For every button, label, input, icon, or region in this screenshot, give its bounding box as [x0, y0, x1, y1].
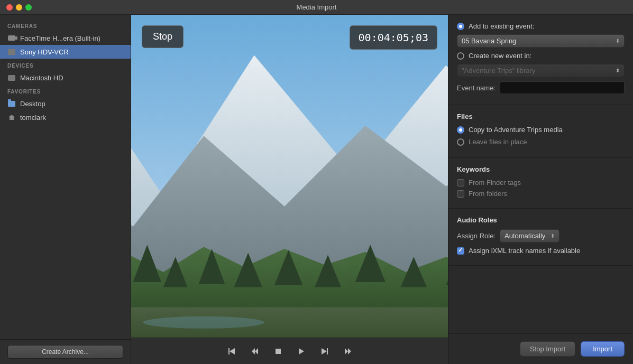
- skip-to-end-button[interactable]: [317, 344, 332, 359]
- sidebar: CAMERAS FaceTime H...era (Built-in) Sony…: [0, 15, 131, 364]
- audio-roles-title: Audio Roles: [457, 216, 625, 224]
- svg-marker-29: [345, 348, 348, 354]
- create-new-event-label: Create new event in:: [469, 52, 531, 60]
- files-section: Files Copy to Adventure Trips media Leav…: [448, 105, 633, 158]
- assign-role-row: Assign Role: Automatically ⬍: [457, 229, 625, 242]
- ixml-label: Assign iXML track names if available: [469, 247, 580, 255]
- sidebar-footer: Create Archive...: [0, 339, 131, 364]
- svg-marker-24: [255, 348, 258, 354]
- event-name-row: Event name:: [457, 81, 625, 94]
- fast-forward-button[interactable]: [341, 344, 355, 359]
- video-container: Stop 00:04:05;03: [131, 15, 448, 338]
- tape-icon: [7, 48, 16, 56]
- stop-overlay-button[interactable]: Stop: [142, 25, 184, 48]
- existing-event-dropdown[interactable]: 05 Bavaria Spring ⬍: [457, 34, 625, 48]
- keywords-title: Keywords: [457, 165, 625, 173]
- ixml-checkbox[interactable]: [457, 247, 464, 255]
- sidebar-content: CAMERAS FaceTime H...era (Built-in) Sony…: [0, 15, 131, 339]
- sidebar-item-label: FaceTime H...era (Built-in): [20, 34, 100, 42]
- video-preview: Stop 00:04:05;03: [131, 15, 448, 338]
- audio-roles-section: Audio Roles Assign Role: Automatically ⬍…: [448, 209, 633, 266]
- finder-tags-row: From Finder tags: [457, 179, 625, 186]
- sidebar-item-label: Sony HDV-VCR: [20, 48, 69, 56]
- keywords-section: Keywords From Finder tags From folders: [448, 158, 633, 209]
- dropdown-arrow-icon: ⬍: [616, 68, 620, 73]
- finder-tags-checkbox[interactable]: [457, 179, 464, 186]
- copy-to-media-row: Copy to Adventure Trips media: [457, 126, 625, 134]
- playback-controls: [131, 338, 448, 364]
- copy-to-media-radio[interactable]: [457, 126, 464, 134]
- camera-icon: [7, 34, 16, 42]
- assign-role-value: Automatically: [504, 232, 545, 240]
- add-to-existing-radio[interactable]: [457, 23, 464, 30]
- step-back-button[interactable]: [247, 344, 262, 359]
- main-layout: CAMERAS FaceTime H...era (Built-in) Sony…: [0, 15, 633, 364]
- assign-role-label: Assign Role:: [457, 232, 496, 240]
- panel-spacer: [448, 266, 633, 333]
- sidebar-item-desktop[interactable]: Desktop: [0, 97, 131, 110]
- existing-event-value: 05 Bavaria Spring: [462, 37, 516, 45]
- svg-marker-0: [8, 115, 15, 120]
- center-area: Stop 00:04:05;03: [131, 15, 448, 364]
- mountain-scene: [131, 15, 448, 338]
- home-icon: [7, 113, 16, 122]
- play-button[interactable]: [294, 344, 309, 359]
- svg-marker-22: [230, 348, 235, 354]
- panel-footer: Stop Import Import: [448, 333, 633, 364]
- role-dropdown-arrow-icon: ⬍: [551, 233, 555, 239]
- sidebar-item-label: tomclark: [20, 114, 46, 122]
- svg-marker-26: [299, 348, 304, 354]
- from-folders-checkbox[interactable]: [457, 190, 464, 198]
- stop-import-button[interactable]: Stop Import: [520, 341, 575, 357]
- copy-to-media-label: Copy to Adventure Trips media: [469, 126, 563, 134]
- from-folders-row: From folders: [457, 190, 625, 198]
- svg-marker-27: [322, 348, 327, 354]
- assign-role-dropdown[interactable]: Automatically ⬍: [500, 229, 559, 242]
- dropdown-arrow-icon: ⬍: [616, 38, 620, 44]
- skip-to-beginning-button[interactable]: [224, 344, 239, 359]
- titlebar: Media Import: [0, 0, 633, 15]
- create-new-event-row: Create new event in:: [457, 52, 625, 60]
- finder-tags-label: From Finder tags: [469, 179, 521, 186]
- import-button[interactable]: Import: [581, 341, 625, 357]
- traffic-lights: [6, 4, 32, 11]
- ixml-row: Assign iXML track names if available: [457, 247, 625, 255]
- favorites-section-label: FAVORITES: [0, 85, 131, 97]
- leave-files-row: Leave files in place: [457, 138, 625, 146]
- desktop-icon: [7, 99, 16, 108]
- drive-icon: [7, 73, 16, 82]
- leave-files-label: Leave files in place: [469, 138, 527, 146]
- close-button[interactable]: [6, 4, 13, 11]
- svg-point-20: [143, 316, 264, 329]
- sidebar-item-facetime[interactable]: FaceTime H...era (Built-in): [0, 31, 131, 45]
- library-placeholder: "Adventure Trips" library: [462, 67, 535, 74]
- sidebar-item-tomclark[interactable]: tomclark: [0, 110, 131, 124]
- svg-marker-21: [228, 348, 230, 354]
- library-dropdown[interactable]: "Adventure Trips" library ⬍: [457, 64, 625, 77]
- sidebar-item-macintosh[interactable]: Macintosh HD: [0, 71, 131, 85]
- event-section: Add to existing event: 05 Bavaria Spring…: [448, 15, 633, 105]
- add-to-existing-label: Add to existing event:: [469, 22, 534, 30]
- mountain-svg: [131, 15, 448, 338]
- sidebar-item-label: Macintosh HD: [20, 74, 63, 82]
- maximize-button[interactable]: [25, 4, 32, 11]
- svg-marker-28: [327, 348, 328, 354]
- minimize-button[interactable]: [16, 4, 22, 11]
- devices-section-label: DEVICES: [0, 59, 131, 71]
- window-title: Media Import: [297, 3, 337, 11]
- sidebar-item-label: Desktop: [20, 100, 45, 108]
- svg-marker-30: [348, 348, 351, 354]
- create-new-event-radio[interactable]: [457, 52, 464, 60]
- create-archive-button[interactable]: Create Archive...: [7, 345, 123, 359]
- right-panel: Add to existing event: 05 Bavaria Spring…: [448, 15, 633, 364]
- stop-button[interactable]: [271, 344, 286, 359]
- event-name-label: Event name:: [457, 84, 496, 92]
- event-name-input[interactable]: [500, 81, 625, 94]
- from-folders-label: From folders: [469, 190, 507, 198]
- sidebar-item-sony[interactable]: Sony HDV-VCR: [0, 45, 131, 59]
- leave-files-radio[interactable]: [457, 138, 464, 146]
- add-to-existing-row: Add to existing event:: [457, 22, 625, 30]
- svg-rect-25: [276, 349, 281, 354]
- files-title: Files: [457, 113, 625, 120]
- timecode-display: 00:04:05;03: [350, 25, 437, 50]
